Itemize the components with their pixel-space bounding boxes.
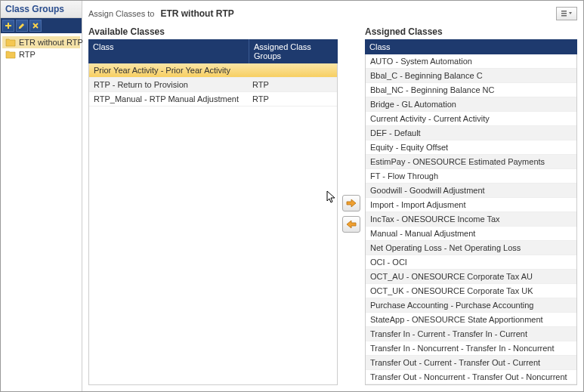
available-table-body: Prior Year Activity - Prior Year Activit…	[88, 63, 338, 385]
table-row[interactable]: Net Operating Loss - Net Operating Loss	[366, 241, 576, 255]
cell-class: OCI - OCI	[366, 255, 576, 269]
cell-group: RTP	[248, 78, 337, 91]
table-row[interactable]: Equity - Equity Offset	[366, 140, 576, 155]
table-row[interactable]: Bridge - GL Automation	[366, 97, 576, 112]
assign-label: Assign Classes to	[88, 9, 154, 18]
svg-rect-0	[561, 11, 567, 12]
cell-class: OCT_AU - ONESOURCE Corporate Tax AU	[366, 270, 576, 283]
tree-item[interactable]: ETR without RTP	[2, 36, 80, 48]
tree-item[interactable]: RTP	[2, 48, 80, 60]
table-row[interactable]: Transfer Out - Noncurrent - Transfer Out…	[366, 370, 576, 384]
cell-class: RTP - Return to Provision	[89, 78, 248, 91]
table-row[interactable]: Bbal_C - Beginning Balance C	[366, 69, 576, 83]
assign-target: ETR without RTP	[160, 8, 233, 19]
assigned-col-class[interactable]: Class	[365, 39, 577, 54]
tree-item-label: ETR without RTP	[19, 38, 83, 47]
available-col-class[interactable]: Class	[88, 39, 249, 63]
table-row[interactable]: DEF - Default	[366, 126, 576, 140]
cell-class: UPTBI - Pre-Tax Book Income	[366, 384, 576, 385]
table-row[interactable]: RTP_Manual - RTP Manual AdjustmentRTP	[89, 92, 337, 106]
plus-icon	[5, 22, 12, 29]
cell-class: Prior Year Activity - Prior Year Activit…	[89, 63, 248, 77]
sidebar-toolbar	[1, 18, 82, 33]
cell-class: Manual - Manual Adjustment	[366, 227, 576, 240]
assigned-table-body: AUTO - System AutomationBbal_C - Beginni…	[365, 54, 577, 385]
sidebar-title: Class Groups	[1, 1, 82, 18]
arrow-right-icon	[345, 198, 357, 208]
move-right-button[interactable]	[342, 195, 360, 211]
table-row[interactable]: Goodwill - Goodwill Adjustment	[366, 184, 576, 198]
options-dropdown-button[interactable]	[556, 7, 577, 20]
table-row[interactable]: Transfer In - Current - Transfer In - Cu…	[366, 327, 576, 341]
cell-class: RTP_Manual - RTP Manual Adjustment	[89, 92, 248, 106]
cell-class: EstimPay - ONESOURCE Estimated Payments	[366, 155, 576, 168]
main-panel: Assign Classes to ETR without RTP Availa…	[82, 1, 583, 391]
cell-class: Goodwill - Goodwill Adjustment	[366, 184, 576, 197]
edit-button[interactable]	[16, 20, 28, 32]
sidebar: Class Groups ETR without RTPRTP	[1, 1, 82, 391]
x-icon	[32, 22, 39, 29]
cell-class: IncTax - ONESOURCE Income Tax	[366, 212, 576, 226]
table-row[interactable]: Transfer In - Noncurrent - Transfer In -…	[366, 341, 576, 356]
assigned-title: Assigned Classes	[365, 26, 577, 37]
arrow-left-icon	[345, 219, 357, 230]
cell-class: Bbal_C - Beginning Balance C	[366, 69, 576, 82]
table-row[interactable]: EstimPay - ONESOURCE Estimated Payments	[366, 155, 576, 169]
folder-icon	[5, 50, 16, 59]
table-row[interactable]: FT - Flow Through	[366, 169, 576, 184]
panels: Available Classes Class Assigned Class G…	[88, 26, 577, 385]
cell-class: FT - Flow Through	[366, 169, 576, 183]
cell-class: Import - Import Adjusment	[366, 198, 576, 211]
cell-group: RTP	[248, 92, 337, 106]
delete-button[interactable]	[29, 20, 42, 32]
table-row[interactable]: StateApp - ONESOURCE State Apportionment	[366, 313, 576, 327]
table-row[interactable]: Import - Import Adjusment	[366, 198, 576, 212]
cell-group	[248, 63, 337, 77]
table-row[interactable]: UPTBI - Pre-Tax Book Income	[366, 384, 576, 385]
table-row[interactable]: RTP - Return to ProvisionRTP	[89, 78, 337, 92]
cell-class: Transfer In - Noncurrent - Transfer In -…	[366, 341, 576, 355]
cell-class: Purchase Accounting - Purchase Accountin…	[366, 298, 576, 312]
folder-icon	[5, 38, 16, 47]
assigned-panel: Assigned Classes Class AUTO - System Aut…	[365, 26, 577, 385]
assigned-header-row: Class	[365, 39, 577, 54]
cell-class: OCT_UK - ONESOURCE Corporate Tax UK	[366, 284, 576, 298]
cell-class: DEF - Default	[366, 126, 576, 140]
available-panel: Available Classes Class Assigned Class G…	[88, 26, 338, 385]
cell-class: Current Activity - Current Activity	[366, 112, 576, 125]
table-row[interactable]: OCT_AU - ONESOURCE Corporate Tax AU	[366, 270, 576, 284]
svg-rect-2	[561, 15, 567, 17]
table-row[interactable]: OCI - OCI	[366, 255, 576, 270]
move-left-button[interactable]	[342, 216, 360, 233]
table-row[interactable]: Bbal_NC - Beginning Balance NC	[366, 83, 576, 97]
cell-class: AUTO - System Automation	[366, 54, 576, 68]
svg-rect-1	[561, 13, 567, 14]
table-row[interactable]: Current Activity - Current Activity	[366, 112, 576, 126]
cell-class: Transfer Out - Noncurrent - Transfer Out…	[366, 370, 576, 384]
class-group-tree: ETR without RTPRTP	[1, 33, 82, 63]
table-row[interactable]: IncTax - ONESOURCE Income Tax	[366, 212, 576, 227]
table-row[interactable]: Manual - Manual Adjustment	[366, 227, 576, 241]
list-chevron-icon	[561, 10, 573, 17]
cell-class: Net Operating Loss - Net Operating Loss	[366, 241, 576, 255]
transfer-controls	[341, 26, 362, 385]
add-button[interactable]	[2, 20, 14, 32]
tree-item-label: RTP	[19, 50, 36, 59]
table-row[interactable]: OCT_UK - ONESOURCE Corporate Tax UK	[366, 284, 576, 298]
table-row[interactable]: AUTO - System Automation	[366, 54, 576, 69]
cell-class: StateApp - ONESOURCE State Apportionment	[366, 313, 576, 326]
pencil-icon	[18, 22, 26, 29]
cell-class: Bbal_NC - Beginning Balance NC	[366, 83, 576, 97]
assign-header: Assign Classes to ETR without RTP	[88, 4, 577, 26]
app-root: Class Groups ETR without RTPRTP Assign C…	[1, 1, 583, 391]
available-header-row: Class Assigned Class Groups	[88, 39, 338, 63]
cell-class: Equity - Equity Offset	[366, 140, 576, 154]
table-row[interactable]: Prior Year Activity - Prior Year Activit…	[89, 63, 337, 78]
cell-class: Transfer In - Current - Transfer In - Cu…	[366, 327, 576, 341]
table-row[interactable]: Transfer Out - Current - Transfer Out - …	[366, 356, 576, 370]
available-col-group[interactable]: Assigned Class Groups	[249, 39, 338, 63]
cell-class: Bridge - GL Automation	[366, 97, 576, 111]
table-row[interactable]: Purchase Accounting - Purchase Accountin…	[366, 298, 576, 313]
available-title: Available Classes	[88, 26, 338, 37]
cell-class: Transfer Out - Current - Transfer Out - …	[366, 356, 576, 369]
